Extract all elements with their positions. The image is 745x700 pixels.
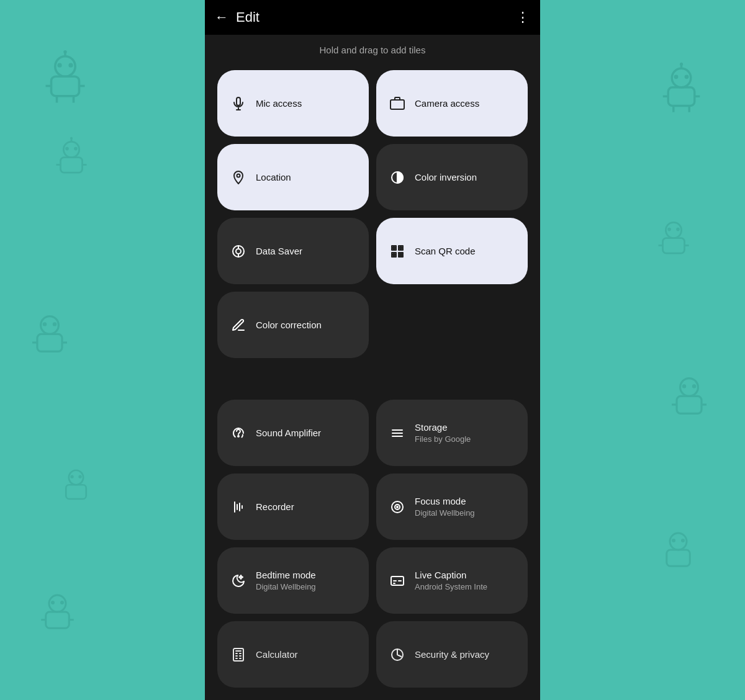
svg-rect-60 <box>237 97 240 105</box>
svg-point-38 <box>674 74 679 79</box>
svg-point-58 <box>672 539 675 542</box>
svg-rect-19 <box>37 334 62 351</box>
svg-point-21 <box>53 322 56 326</box>
calculator-icon <box>230 646 247 663</box>
page-subtitle: Hold and drag to add tiles <box>205 35 540 65</box>
scan-qr-label: Scan QR code <box>415 246 476 257</box>
svg-rect-75 <box>400 247 402 249</box>
svg-rect-64 <box>395 97 400 100</box>
svg-rect-45 <box>663 238 685 254</box>
svg-point-65 <box>237 174 240 177</box>
svg-point-26 <box>70 475 73 478</box>
tile-color-inversion[interactable]: Color inversion <box>376 144 528 210</box>
svg-point-14 <box>65 147 69 151</box>
svg-point-82 <box>238 436 239 437</box>
svg-rect-1 <box>52 76 79 96</box>
focus-icon <box>389 498 406 516</box>
camera-icon <box>389 95 406 112</box>
svg-point-39 <box>685 74 689 79</box>
storage-icon <box>389 424 406 442</box>
more-menu-button[interactable]: ⋮ <box>516 9 530 25</box>
tile-live-caption[interactable]: Live Caption Android System Inte <box>376 547 528 614</box>
mic-access-label: Mic access <box>256 98 302 109</box>
tiles-grid: Mic access Camera access <box>205 65 540 700</box>
qr-icon <box>389 243 406 260</box>
location-icon <box>230 169 247 186</box>
tile-bedtime-mode[interactable]: Bedtime mode Digital Wellbeing <box>217 547 369 614</box>
svg-point-46 <box>667 228 671 231</box>
top-bar: ← Edit ⋮ <box>205 0 540 35</box>
hearing-icon <box>230 424 247 442</box>
back-button[interactable]: ← <box>215 9 228 25</box>
svg-rect-79 <box>401 255 403 257</box>
security-privacy-label: Security & privacy <box>415 649 489 660</box>
svg-point-31 <box>60 601 64 604</box>
svg-point-5 <box>68 63 73 68</box>
bg-robot-icon7 <box>652 217 695 261</box>
svg-point-4 <box>57 63 61 68</box>
svg-rect-74 <box>393 247 395 249</box>
bedtime-icon <box>230 572 247 590</box>
color-correction-label: Color correction <box>256 320 322 331</box>
svg-point-30 <box>51 601 55 604</box>
live-caption-sublabel: Android System Inte <box>415 582 487 591</box>
bg-robot-icon9 <box>655 527 702 574</box>
svg-point-47 <box>676 228 680 231</box>
bg-robot-icon4 <box>56 465 96 506</box>
tile-focus-mode[interactable]: Focus mode Digital Wellbeing <box>376 473 528 540</box>
color-inversion-label: Color inversion <box>415 172 477 183</box>
focus-mode-label: Focus mode <box>415 496 475 507</box>
bg-robot-icon8 <box>664 372 714 422</box>
svg-rect-57 <box>667 550 690 566</box>
bg-robot-icon <box>37 50 93 105</box>
page-title: Edit <box>236 9 508 25</box>
svg-point-68 <box>236 249 241 254</box>
bedtime-mode-label: Bedtime mode <box>256 570 316 581</box>
svg-point-27 <box>78 475 81 478</box>
svg-rect-78 <box>399 253 400 254</box>
svg-rect-81 <box>401 253 403 254</box>
sound-amplifier-label: Sound Amplifier <box>256 428 321 439</box>
tile-location[interactable]: Location <box>217 144 369 210</box>
svg-rect-11 <box>61 158 83 173</box>
tile-security-privacy[interactable]: Security & privacy <box>376 621 528 688</box>
svg-point-52 <box>682 384 686 388</box>
tile-calculator[interactable]: Calculator <box>217 621 369 688</box>
svg-rect-35 <box>668 88 695 106</box>
storage-sublabel: Files by Google <box>415 434 471 444</box>
location-label: Location <box>256 172 291 183</box>
bg-robot-icon2 <box>50 137 93 180</box>
tile-sound-amplifier[interactable]: Sound Amplifier <box>217 400 369 466</box>
svg-point-53 <box>692 384 696 388</box>
live-caption-label: Live Caption <box>415 570 487 581</box>
tile-camera-access[interactable]: Camera access <box>376 70 528 137</box>
svg-rect-80 <box>399 255 400 257</box>
tile-color-correction[interactable]: Color correction <box>217 292 369 358</box>
invert-icon <box>389 169 406 186</box>
svg-rect-76 <box>393 254 395 256</box>
bedtime-mode-sublabel: Digital Wellbeing <box>256 582 316 591</box>
bg-robot-icon5 <box>34 590 81 636</box>
camera-access-label: Camera access <box>415 98 479 109</box>
bg-robot-icon6 <box>655 62 708 115</box>
tile-mic-access[interactable]: Mic access <box>217 70 369 137</box>
focus-mode-sublabel: Digital Wellbeing <box>415 508 475 518</box>
security-icon <box>389 646 406 663</box>
pencil-icon <box>230 316 247 334</box>
svg-rect-51 <box>677 396 702 413</box>
svg-rect-63 <box>391 100 404 109</box>
tile-recorder[interactable]: Recorder <box>217 473 369 540</box>
calculator-label: Calculator <box>256 649 298 660</box>
mic-icon <box>230 95 247 112</box>
svg-rect-29 <box>46 612 70 628</box>
svg-point-20 <box>43 322 47 326</box>
svg-point-15 <box>74 147 78 151</box>
svg-point-37 <box>680 63 683 66</box>
recorder-label: Recorder <box>256 501 294 513</box>
tile-storage[interactable]: Storage Files by Google <box>376 400 528 466</box>
data-saver-icon <box>230 243 247 260</box>
tile-scan-qr[interactable]: Scan QR code <box>376 218 528 284</box>
tile-data-saver[interactable]: Data Saver <box>217 218 369 284</box>
bg-robot-icon3 <box>25 310 74 360</box>
svg-point-13 <box>70 137 73 140</box>
